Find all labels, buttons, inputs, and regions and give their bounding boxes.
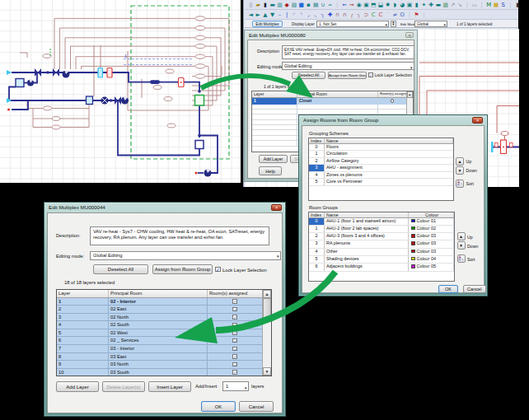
toolbar-icon[interactable]: ⊃ xyxy=(363,11,370,19)
toolbar-icon[interactable]: ▣ xyxy=(363,1,370,9)
toolbar-icon[interactable]: ◞ xyxy=(305,11,312,19)
layer-spinner[interactable]: ▲▼ xyxy=(391,21,396,28)
toolbar-icon[interactable]: ⚑ xyxy=(413,11,420,19)
sort-button[interactable]: AZ↓ xyxy=(456,180,464,188)
add-layer-button[interactable]: Add Layer xyxy=(259,155,288,163)
room-assigned-checkbox[interactable] xyxy=(232,347,237,352)
lock-layer-selection-checkbox[interactable] xyxy=(368,72,373,77)
table-row[interactable]: 3 RA plenums Colour 03 xyxy=(309,240,454,248)
toolbar-icon[interactable]: ∩ xyxy=(334,11,341,19)
spinner-down-icon[interactable]: ▼ xyxy=(391,24,396,27)
deselect-all-button[interactable]: Deselect All xyxy=(93,264,148,274)
toolbar-icon[interactable]: C xyxy=(377,11,385,19)
toolbar-icon[interactable]: ▪ xyxy=(305,1,312,9)
scroll-down-icon[interactable]: ▼ xyxy=(263,367,271,376)
table-row[interactable]: 2 Airflow Category xyxy=(309,158,453,166)
toolbar-icon[interactable]: ▦ xyxy=(493,1,500,9)
toolbar-icon[interactable]: ▥ xyxy=(276,1,283,9)
add-insert-count-combo[interactable]: 1▾ xyxy=(222,381,249,391)
cancel-button[interactable]: Cancel xyxy=(463,285,487,294)
toolbar-icon[interactable]: ✦ xyxy=(420,1,428,9)
insert-layer-button[interactable]: Insert Layer xyxy=(148,381,191,392)
room-assigned-checkbox[interactable] xyxy=(232,370,237,375)
toolbar-icon[interactable]: | xyxy=(406,11,414,19)
toolbar-icon[interactable]: ▮ xyxy=(514,1,522,9)
toolbar-icon[interactable]: ▲ xyxy=(262,11,269,19)
table-row[interactable]: 4 Other Colour 03 xyxy=(309,249,454,256)
room-assigned-checkbox[interactable] xyxy=(232,330,237,335)
grouping-schemes-table[interactable]: Index Name 0 Floors 1 Circulation xyxy=(308,138,454,202)
toolbar-icon[interactable]: | xyxy=(507,1,514,9)
toolbar-icon[interactable]: ≠ xyxy=(391,11,399,19)
close-button[interactable]: × xyxy=(472,117,483,124)
scroll-up-icon[interactable]: ▲ xyxy=(407,91,414,98)
toolbar-icon[interactable]: ▬ xyxy=(435,1,442,9)
toolbar-icon[interactable]: ▤ xyxy=(312,1,320,9)
table-row[interactable]: 10 03 South xyxy=(57,369,271,376)
table-row[interactable]: 3 02 North xyxy=(57,314,271,322)
toolbar-icon[interactable]: ◕ xyxy=(399,1,406,9)
toolbar-icon[interactable]: ↗ xyxy=(449,1,456,9)
editing-mode-combo[interactable]: Global Editing▾ xyxy=(282,62,414,70)
toolbar-icon[interactable]: ╮ xyxy=(355,11,363,19)
toolbar-icon[interactable]: ▮ xyxy=(413,1,420,9)
toolbar-icon[interactable]: ╮ xyxy=(320,11,327,19)
move-up-button[interactable]: ▲ xyxy=(456,157,464,166)
toolbar-icon[interactable]: ▣ xyxy=(406,1,414,9)
ok-button[interactable]: OK xyxy=(201,401,236,412)
toolbar-icon[interactable]: ∩ xyxy=(341,11,349,19)
table-row[interactable]: 0 AHU-1 (floor 1 and stairwell atrium) C… xyxy=(309,218,454,226)
toolbar-icon[interactable]: ✚ xyxy=(326,11,334,19)
delete-layers-button[interactable]: Delete Layer(s) xyxy=(102,381,145,392)
scroll-up-icon[interactable]: ▲ xyxy=(263,290,271,298)
toolbar-icon[interactable]: ► xyxy=(255,11,262,19)
toolbar-icon[interactable]: ◜ xyxy=(291,11,298,19)
table-row[interactable]: 2 02 East xyxy=(57,306,271,314)
toolbar-icon[interactable]: ▥ xyxy=(442,1,449,9)
table-row[interactable]: 1 AHU-2 (floor 2 lab spaces) Colour 02 xyxy=(309,226,454,233)
editing-mode-combo[interactable]: Global Editing▾ xyxy=(90,251,281,260)
table-row[interactable]: 6 02 _ Services xyxy=(57,337,271,345)
toolbar-icon[interactable]: ∪ xyxy=(320,1,327,9)
toolbar-icon[interactable]: ✚ xyxy=(428,1,435,9)
edit-mode-combo[interactable]: Global▾ xyxy=(414,21,447,28)
toolbar-icon[interactable]: M xyxy=(485,1,493,9)
room-assigned-checkbox[interactable] xyxy=(232,307,237,312)
toolbar-icon[interactable]: ◟ xyxy=(312,11,320,19)
toolbar-icon[interactable]: ⬒ xyxy=(370,1,377,9)
toolbar-icon[interactable]: ╭ xyxy=(349,11,356,19)
layers-table[interactable]: Layer Principal Room Room(s) assigned 1 … xyxy=(56,289,272,377)
add-layer-button[interactable]: Add Layer xyxy=(56,381,99,392)
toolbar-icon[interactable]: ◄ xyxy=(247,11,255,19)
edit-multiplex-button[interactable]: Edit Multiplex xyxy=(252,21,283,28)
room-assigned-checkbox[interactable] xyxy=(232,362,237,367)
toolbar-icon[interactable]: ▯ xyxy=(247,1,255,9)
toolbar-icon[interactable]: | xyxy=(478,1,485,9)
table-row[interactable]: 1 02 - Interior xyxy=(57,298,271,306)
toolbar-icon[interactable]: ⬓ xyxy=(377,1,385,9)
toolbar-icon[interactable]: ˙ xyxy=(384,11,391,19)
table-row[interactable]: 7 03 - Interior xyxy=(57,345,271,353)
toolbar-icon[interactable]: | xyxy=(420,11,428,19)
cancel-button[interactable]: Cancel xyxy=(239,401,274,412)
toolbar-icon[interactable]: ▮ xyxy=(262,1,269,9)
hvac-schematic-canvas[interactable]: 1 xyxy=(0,0,241,183)
display-layer-combo[interactable]: 1. Not Set▾ xyxy=(316,21,389,28)
toolbar-icon[interactable]: → xyxy=(349,1,356,9)
table-row[interactable]: 0 Floors xyxy=(309,144,453,152)
toolbar-icon[interactable]: – xyxy=(276,11,283,19)
description-field[interactable]: EXXE VAV reheat: Evap+DX cool, HW re-hea… xyxy=(282,45,414,59)
toolbar-icon[interactable]: O xyxy=(399,11,406,19)
description-field[interactable]: VAV re-heat - Sys7 - CHW cooling, HW hea… xyxy=(90,226,269,245)
room-assigned-checkbox[interactable] xyxy=(232,323,237,328)
table-row[interactable]: 4 02 South xyxy=(57,321,271,329)
toolbar-icon[interactable]: | xyxy=(334,1,341,9)
toolbar-icon[interactable]: ◝ xyxy=(297,11,305,19)
move-down-button[interactable]: ▼ xyxy=(456,166,464,175)
table-scrollbar[interactable]: ▲ ▼ xyxy=(262,290,271,376)
room-assigned-checkbox[interactable] xyxy=(232,299,237,304)
toolbar-icon[interactable]: ▼ xyxy=(269,11,276,19)
table-row[interactable]: 8 03 East xyxy=(57,353,271,362)
toolbar-icon[interactable]: ◉ xyxy=(355,1,363,9)
toolbar-icon[interactable]: ▭ xyxy=(470,1,478,9)
